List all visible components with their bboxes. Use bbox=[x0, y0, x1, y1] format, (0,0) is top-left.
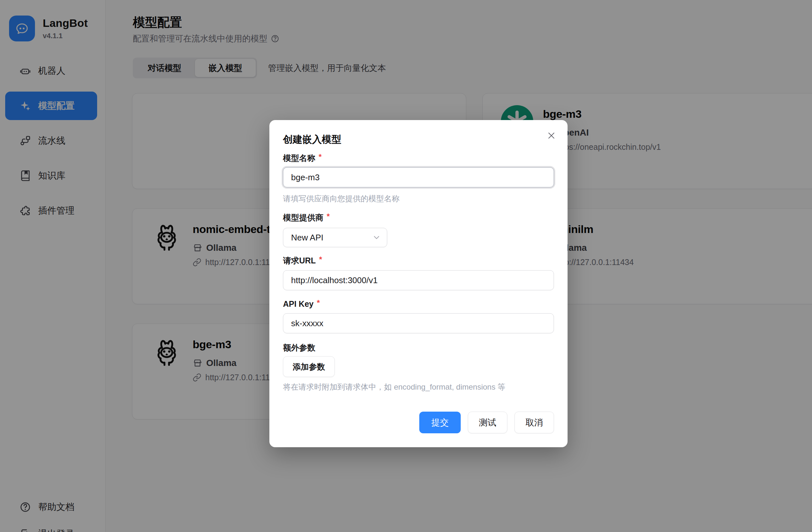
add-param-button[interactable]: 添加参数 bbox=[283, 356, 335, 377]
model-name-input[interactable] bbox=[283, 167, 554, 187]
dialog-footer: 提交 测试 取消 bbox=[419, 412, 554, 433]
label-text: 模型名称 bbox=[283, 153, 315, 163]
submit-button[interactable]: 提交 bbox=[419, 412, 461, 433]
model-name-helper: 请填写供应商向您提供的模型名称 bbox=[283, 193, 554, 203]
test-button[interactable]: 测试 bbox=[468, 412, 507, 433]
provider-select[interactable]: New API bbox=[283, 228, 387, 247]
request-url-input[interactable] bbox=[283, 270, 554, 290]
label-text: 模型提供商 bbox=[283, 212, 323, 223]
provider-select-value: New API bbox=[291, 233, 323, 243]
required-mark: * bbox=[317, 298, 320, 307]
api-key-label: API Key * bbox=[283, 299, 554, 309]
chevron-down-icon bbox=[372, 233, 381, 242]
required-mark: * bbox=[319, 152, 321, 162]
cancel-button[interactable]: 取消 bbox=[514, 412, 554, 433]
extra-params-label: 额外参数 bbox=[283, 343, 554, 352]
dialog-title: 创建嵌入模型 bbox=[283, 133, 554, 143]
label-text: 请求URL bbox=[283, 255, 316, 266]
extra-params-helper: 将在请求时附加到请求体中，如 encoding_format, dimensio… bbox=[283, 382, 554, 391]
required-mark: * bbox=[319, 255, 322, 264]
close-icon[interactable] bbox=[545, 129, 558, 142]
required-mark: * bbox=[327, 212, 330, 221]
create-embedding-model-dialog: 创建嵌入模型 模型名称 * 请填写供应商向您提供的模型名称 模型提供商 * Ne… bbox=[270, 120, 568, 447]
label-text: API Key bbox=[283, 299, 314, 309]
api-key-input[interactable] bbox=[283, 313, 554, 333]
provider-label: 模型提供商 * bbox=[283, 212, 554, 222]
request-url-label: 请求URL * bbox=[283, 256, 554, 265]
label-text: 额外参数 bbox=[283, 342, 315, 353]
model-name-label: 模型名称 * bbox=[283, 153, 554, 163]
